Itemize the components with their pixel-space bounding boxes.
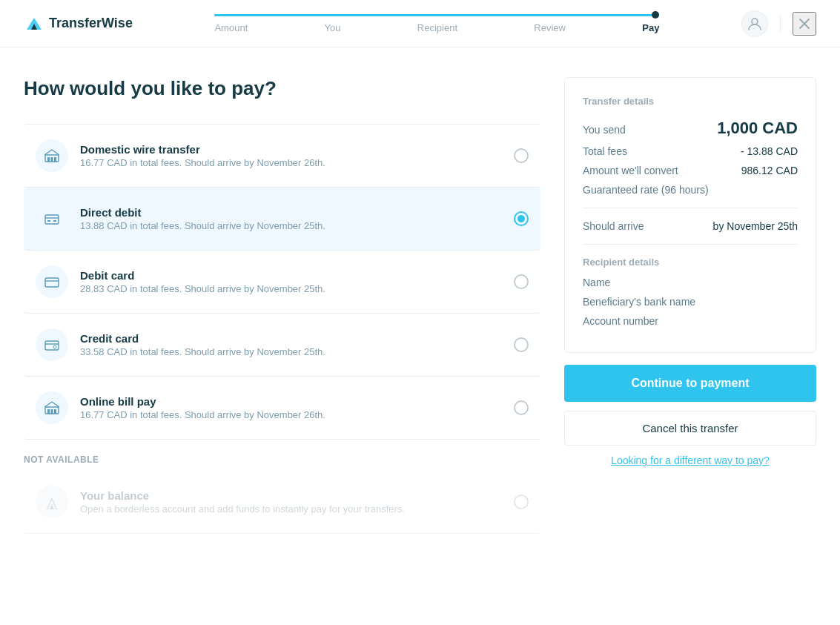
payment-option-online-bill-pay[interactable]: Online bill pay 16.77 CAD in total fees.… bbox=[24, 377, 540, 440]
cancel-transfer-button[interactable]: Cancel this transfer bbox=[564, 411, 816, 446]
svg-rect-9 bbox=[45, 215, 59, 224]
should-arrive-row: Should arrive by November 25th bbox=[583, 220, 798, 232]
payment-options-list: Domestic wire transfer 16.77 CAD in tota… bbox=[24, 124, 540, 440]
different-way-link[interactable]: Looking for a different way to pay? bbox=[564, 454, 816, 466]
should-arrive-value: by November 25th bbox=[713, 220, 798, 232]
divider-2 bbox=[583, 244, 798, 245]
total-fees-value: - 13.88 CAD bbox=[741, 145, 798, 157]
svg-rect-20 bbox=[51, 409, 53, 414]
domestic-wire-name: Domestic wire transfer bbox=[80, 143, 514, 156]
balance-text: Your balance Open a borderless account a… bbox=[80, 489, 514, 515]
transfer-details-title: Transfer details bbox=[583, 96, 798, 107]
online-bill-pay-icon bbox=[36, 391, 68, 424]
payment-option-credit-card[interactable]: Credit card 33.58 CAD in total fees. Sho… bbox=[24, 314, 540, 377]
credit-card-text: Credit card 33.58 CAD in total fees. Sho… bbox=[80, 332, 514, 357]
payment-option-balance: Your balance Open a borderless account a… bbox=[24, 471, 540, 534]
recipient-name-label: Name bbox=[583, 277, 610, 288]
online-bill-pay-radio[interactable] bbox=[514, 400, 529, 415]
svg-point-17 bbox=[53, 345, 56, 348]
direct-debit-icon bbox=[36, 202, 68, 235]
nav-step-pay[interactable]: Pay bbox=[642, 22, 659, 33]
not-available-label: Not available bbox=[24, 454, 540, 465]
balance-name: Your balance bbox=[80, 489, 514, 502]
nav-steps: Amount You Recipient Review Pay bbox=[214, 22, 659, 33]
debit-card-desc: 28.83 CAD in total fees. Should arrive b… bbox=[80, 283, 514, 294]
main-content: How would you like to pay? Domestic wire… bbox=[0, 47, 840, 563]
debit-card-name: Debit card bbox=[80, 269, 514, 282]
header-actions bbox=[741, 10, 816, 37]
balance-icon bbox=[36, 486, 68, 518]
svg-rect-6 bbox=[47, 157, 50, 162]
payment-option-domestic-wire[interactable]: Domestic wire transfer 16.77 CAD in tota… bbox=[24, 124, 540, 188]
progress-nav: Amount You Recipient Review Pay bbox=[162, 14, 712, 33]
domestic-wire-desc: 16.77 CAD in total fees. Should arrive b… bbox=[80, 157, 514, 168]
left-panel: How would you like to pay? Domestic wire… bbox=[24, 77, 540, 534]
credit-card-radio[interactable] bbox=[514, 337, 529, 352]
svg-rect-12 bbox=[53, 220, 56, 222]
svg-marker-23 bbox=[50, 504, 53, 509]
payment-option-direct-debit[interactable]: Direct debit 13.88 CAD in total fees. Sh… bbox=[24, 188, 540, 251]
amount-convert-value: 986.12 CAD bbox=[741, 165, 798, 176]
progress-dot bbox=[652, 11, 659, 19]
nav-step-you[interactable]: You bbox=[325, 22, 341, 33]
balance-desc: Open a borderless account and add funds … bbox=[80, 503, 514, 515]
amount-convert-row: Amount we'll convert 986.12 CAD bbox=[583, 165, 798, 176]
recipient-bank-row: Beneficiary's bank name bbox=[583, 296, 798, 308]
credit-card-icon bbox=[36, 328, 68, 361]
amount-convert-label: Amount we'll convert bbox=[583, 165, 678, 176]
guaranteed-rate-row: Guaranteed rate (96 hours) bbox=[583, 184, 798, 196]
header-divider bbox=[780, 15, 781, 33]
svg-rect-13 bbox=[45, 278, 59, 287]
close-button[interactable] bbox=[793, 12, 816, 36]
recipient-name-row: Name bbox=[583, 277, 798, 288]
direct-debit-desc: 13.88 CAD in total fees. Should arrive b… bbox=[80, 220, 514, 231]
header: TransferWise Amount You Recipient Review… bbox=[0, 0, 840, 47]
transfer-card: Transfer details You send 1,000 CAD Tota… bbox=[564, 77, 816, 353]
direct-debit-radio[interactable] bbox=[514, 211, 529, 226]
recipient-account-label: Account number bbox=[583, 315, 658, 327]
nav-step-review[interactable]: Review bbox=[534, 22, 566, 33]
transferwise-logo-icon bbox=[24, 13, 44, 34]
continue-to-payment-button[interactable]: Continue to payment bbox=[564, 365, 816, 402]
svg-rect-11 bbox=[47, 220, 50, 222]
total-fees-row: Total fees - 13.88 CAD bbox=[583, 145, 798, 157]
payment-option-debit-card[interactable]: Debit card 28.83 CAD in total fees. Shou… bbox=[24, 251, 540, 314]
page-title: How would you like to pay? bbox=[24, 77, 540, 100]
svg-rect-7 bbox=[51, 157, 53, 162]
direct-debit-text: Direct debit 13.88 CAD in total fees. Sh… bbox=[80, 206, 514, 231]
domestic-wire-text: Domestic wire transfer 16.77 CAD in tota… bbox=[80, 143, 514, 168]
svg-point-2 bbox=[752, 19, 758, 24]
online-bill-pay-text: Online bill pay 16.77 CAD in total fees.… bbox=[80, 395, 514, 420]
domestic-wire-radio[interactable] bbox=[514, 148, 529, 163]
domestic-wire-icon bbox=[36, 139, 68, 172]
logo-text: TransferWise bbox=[49, 16, 133, 31]
debit-card-radio[interactable] bbox=[514, 274, 529, 289]
nav-step-amount[interactable]: Amount bbox=[214, 22, 248, 33]
online-bill-pay-desc: 16.77 CAD in total fees. Should arrive b… bbox=[80, 409, 514, 420]
credit-card-name: Credit card bbox=[80, 332, 514, 345]
recipient-bank-label: Beneficiary's bank name bbox=[583, 296, 695, 308]
online-bill-pay-name: Online bill pay bbox=[80, 395, 514, 408]
svg-rect-15 bbox=[45, 341, 59, 350]
nav-step-recipient[interactable]: Recipient bbox=[417, 22, 457, 33]
progress-fill bbox=[214, 14, 659, 16]
close-icon bbox=[797, 16, 812, 31]
debit-card-icon bbox=[36, 265, 68, 298]
debit-card-text: Debit card 28.83 CAD in total fees. Shou… bbox=[80, 269, 514, 294]
you-send-row: You send 1,000 CAD bbox=[583, 119, 798, 138]
guaranteed-rate-label: Guaranteed rate (96 hours) bbox=[583, 184, 709, 196]
credit-card-desc: 33.58 CAD in total fees. Should arrive b… bbox=[80, 346, 514, 357]
balance-radio bbox=[514, 495, 529, 509]
should-arrive-label: Should arrive bbox=[583, 220, 644, 232]
radio-inner bbox=[517, 215, 525, 222]
recipient-account-row: Account number bbox=[583, 315, 798, 327]
direct-debit-name: Direct debit bbox=[80, 206, 514, 219]
user-profile-button[interactable] bbox=[741, 10, 768, 37]
user-icon bbox=[747, 16, 762, 31]
progress-bar bbox=[214, 14, 659, 16]
right-panel: Transfer details You send 1,000 CAD Tota… bbox=[564, 77, 816, 534]
svg-rect-19 bbox=[47, 409, 50, 414]
you-send-label: You send bbox=[583, 124, 626, 136]
divider-1 bbox=[583, 208, 798, 208]
you-send-value: 1,000 CAD bbox=[717, 119, 798, 138]
